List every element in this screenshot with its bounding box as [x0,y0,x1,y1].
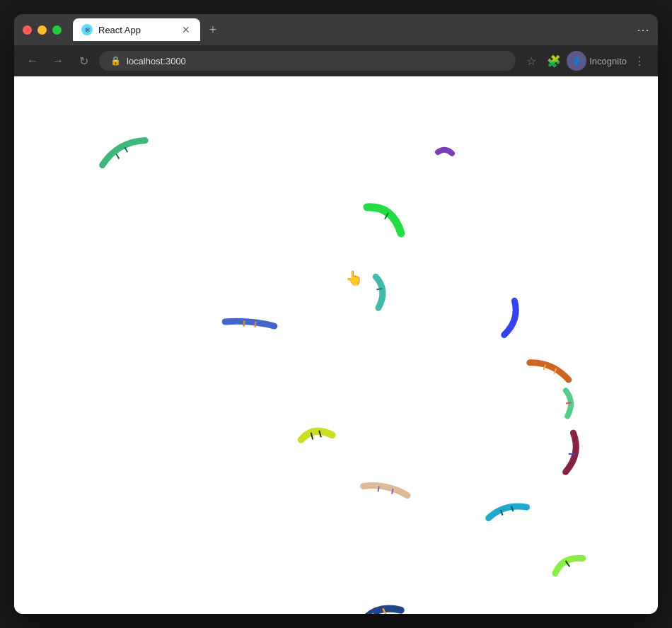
profile-button[interactable]: 👤 [567,51,586,71]
address-bar: ← → ↻ 🔒 localhost:3000 ☆ 🧩 👤 Incognito ⋮ [14,45,658,76]
maximize-button[interactable] [52,25,62,35]
svg-line-8 [566,402,572,403]
boomerangs-canvas [14,76,658,614]
traffic-lights [23,25,62,35]
svg-line-5 [255,322,256,327]
tab-title: React App [98,25,175,35]
url-bar[interactable]: 🔒 localhost:3000 [99,51,516,71]
svg-line-11 [569,454,576,455]
lock-icon: 🔒 [110,56,121,66]
forward-button[interactable]: → [48,51,68,71]
tabs-area: ⚛ React App ✕ + [73,18,637,41]
tab-favicon: ⚛ [81,24,93,35]
svg-line-13 [392,489,393,494]
svg-line-1 [124,147,127,152]
svg-line-4 [244,320,245,326]
active-tab[interactable]: ⚛ React App ✕ [73,18,200,41]
tab-close-button[interactable]: ✕ [180,24,192,35]
incognito-label: Incognito [589,56,627,66]
extensions-button[interactable]: 🧩 [544,51,564,71]
close-button[interactable] [23,25,32,35]
refresh-button[interactable]: ↻ [74,51,93,71]
address-actions: ☆ 🧩 👤 Incognito ⋮ [521,51,649,71]
browser-options-button[interactable]: ⋮ [630,51,649,71]
minimize-button[interactable] [37,25,47,35]
browser-menu-button[interactable]: ⋯ [637,22,649,37]
new-tab-button[interactable]: + [203,20,223,40]
bookmark-button[interactable]: ☆ [521,51,541,71]
svg-line-12 [378,486,378,492]
profile-icon: 👤 [572,57,581,65]
title-bar: ⚛ React App ✕ + ⋯ [14,14,658,45]
svg-line-0 [116,154,119,159]
back-button[interactable]: ← [23,51,42,71]
svg-line-3 [376,289,382,289]
browser-window: ⚛ React App ✕ + ⋯ ← → ↻ 🔒 localhost:3000… [14,14,658,614]
url-text: localhost:3000 [127,56,186,66]
content-area[interactable]: 👆 [14,76,658,614]
